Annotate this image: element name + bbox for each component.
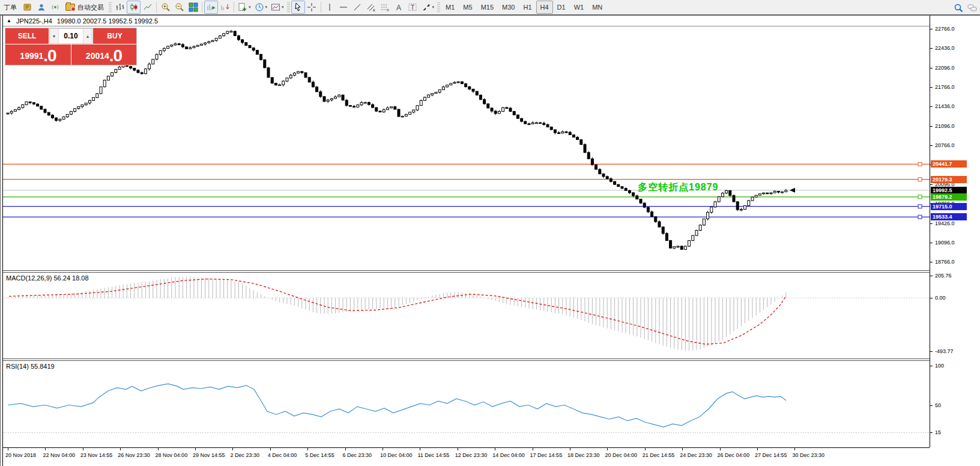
- add-indicator-button[interactable]: ▾: [236, 1, 253, 14]
- timeframe-button-M1[interactable]: M1: [441, 1, 459, 14]
- time-axis-label: 14 Dec 04:00: [492, 452, 525, 458]
- channel-button[interactable]: E: [364, 1, 378, 14]
- toolbar-drag-handle[interactable]: [109, 2, 112, 12]
- toolbar-drag-handle[interactable]: [287, 2, 290, 12]
- time-axis[interactable]: 20 Nov 201822 Nov 04:0023 Nov 14:5526 No…: [3, 447, 930, 466]
- time-axis-label: 4 Dec 04:00: [268, 452, 297, 458]
- bar-chart-button[interactable]: [113, 1, 127, 14]
- time-tick: [120, 448, 121, 450]
- time-axis-label: 18 Dec 23:30: [567, 452, 600, 458]
- vertical-line-button[interactable]: [323, 1, 337, 14]
- axis-tick: [930, 405, 933, 406]
- search-button[interactable]: [951, 1, 965, 14]
- macd-histogram: [8, 277, 786, 351]
- text-label-button[interactable]: T: [406, 1, 420, 14]
- price-tick-label: -493.77: [935, 348, 954, 354]
- period-button[interactable]: ▾: [253, 1, 270, 14]
- fibonacci-button[interactable]: F: [378, 1, 392, 14]
- auto-trading-button[interactable]: 自动交易: [62, 1, 107, 14]
- time-axis-label: 20 Dec 04:00: [605, 452, 637, 458]
- time-tick: [232, 448, 233, 450]
- timeframe-button-M30[interactable]: M30: [498, 1, 519, 14]
- time-tick: [195, 448, 196, 450]
- horizontal-line-button[interactable]: [337, 1, 351, 14]
- crosshair-button[interactable]: [305, 1, 319, 14]
- signal-button[interactable]: [48, 1, 62, 14]
- time-axis-label: 10 Dec 04:00: [380, 452, 413, 458]
- line-chart-button[interactable]: [141, 1, 154, 14]
- address-book-button[interactable]: [20, 1, 34, 14]
- zoom-in-button[interactable]: [159, 1, 172, 14]
- timeframe-button-D1[interactable]: D1: [553, 1, 570, 14]
- axis-tick: [930, 432, 933, 433]
- clock-icon: [255, 2, 264, 12]
- sell-price[interactable]: 19991.0: [5, 44, 71, 65]
- time-axis-label: 28 Nov 04:00: [156, 452, 188, 458]
- collapse-icon[interactable]: ▲: [7, 18, 11, 23]
- axis-tick: [930, 262, 933, 262]
- timeframe-button-H1[interactable]: H1: [519, 1, 536, 14]
- text-button[interactable]: A: [392, 1, 406, 14]
- timeframe-button-MN[interactable]: MN: [588, 1, 606, 14]
- price-line-label[interactable]: 19715.0: [931, 203, 967, 210]
- macd-pane[interactable]: MACD(12,26,9) 56.24 18.08: [3, 273, 930, 359]
- auto-scroll-icon: [207, 2, 216, 12]
- time-axis-label: 29 Nov 14:55: [193, 452, 225, 458]
- axis-tick: [930, 243, 933, 243]
- profile-button[interactable]: [34, 1, 48, 14]
- new-order-label: 丁单: [4, 3, 17, 12]
- buy-price[interactable]: 20014.0: [71, 44, 136, 65]
- address-book-icon: [23, 2, 32, 12]
- time-tick: [383, 448, 383, 450]
- volume-input[interactable]: [59, 29, 83, 43]
- profile-icon: [37, 2, 46, 12]
- timeframe-button-M15[interactable]: M15: [477, 1, 498, 14]
- price-line-label[interactable]: 19879.2: [931, 193, 967, 201]
- new-order-button[interactable]: 丁单: [0, 1, 20, 14]
- horizontal-line-icon: [339, 2, 348, 12]
- time-tick: [720, 448, 721, 450]
- cursor-button[interactable]: [291, 1, 305, 14]
- sell-button[interactable]: SELL: [5, 28, 49, 44]
- timeframe-button-H4[interactable]: H4: [536, 1, 553, 14]
- price-line-label[interactable]: 20441.7: [931, 160, 967, 168]
- dropdown-arrow-icon: ▾: [249, 5, 251, 10]
- timeframe-button-W1[interactable]: W1: [570, 1, 588, 14]
- chart-header: ▲ JPN225-,H4 19980.0 20027.5 19952.5 199…: [3, 16, 980, 26]
- price-tick-label: 205.76: [935, 273, 952, 279]
- time-axis-label: 5 Dec 14:55: [305, 452, 334, 458]
- chart-shift-button[interactable]: [218, 1, 232, 14]
- zoom-out-button[interactable]: [172, 1, 186, 14]
- rsi-pane[interactable]: RSI(14) 55.8419: [3, 361, 930, 447]
- chat-button[interactable]: [965, 1, 979, 14]
- volume-up-button[interactable]: ▲: [83, 29, 92, 43]
- axis-tick: [930, 145, 933, 146]
- price-chart-pane[interactable]: [3, 26, 930, 270]
- chart-annotation[interactable]: 多空转折点19879: [638, 181, 719, 194]
- template-icon: [271, 2, 280, 12]
- price-line-label[interactable]: 19533.4: [931, 213, 967, 220]
- dropdown-arrow-icon: ▾: [265, 5, 268, 10]
- axis-tick: [930, 276, 933, 276]
- arrows-icon: [422, 2, 431, 12]
- price-line-label[interactable]: 20179.3: [931, 176, 967, 183]
- buy-button[interactable]: BUY: [93, 28, 136, 44]
- time-axis-label: 22 Nov 04:00: [43, 452, 75, 458]
- svg-text:E: E: [373, 8, 375, 12]
- timeframe-button-M5[interactable]: M5: [459, 1, 476, 14]
- price-axis[interactable]: 22766.022436.022096.021766.021436.021096…: [930, 16, 980, 447]
- trendline-button[interactable]: [351, 1, 364, 14]
- axis-tick: [930, 351, 933, 352]
- volume-down-button[interactable]: ▼: [50, 29, 59, 43]
- price-tick-label: 100: [935, 363, 944, 369]
- time-axis-label: 21 Dec 14:55: [643, 452, 675, 458]
- arrows-button[interactable]: ▾: [420, 1, 437, 14]
- candlestick-chart-button[interactable]: [127, 1, 141, 14]
- tile-windows-button[interactable]: [186, 1, 200, 14]
- axis-tick: [930, 48, 933, 49]
- toolbar-drag-handle[interactable]: [437, 2, 440, 12]
- time-axis-label: 2 Dec 23:30: [230, 452, 259, 458]
- trendline-icon: [352, 2, 362, 12]
- template-button[interactable]: ▾: [269, 1, 286, 14]
- auto-scroll-button[interactable]: [204, 1, 218, 14]
